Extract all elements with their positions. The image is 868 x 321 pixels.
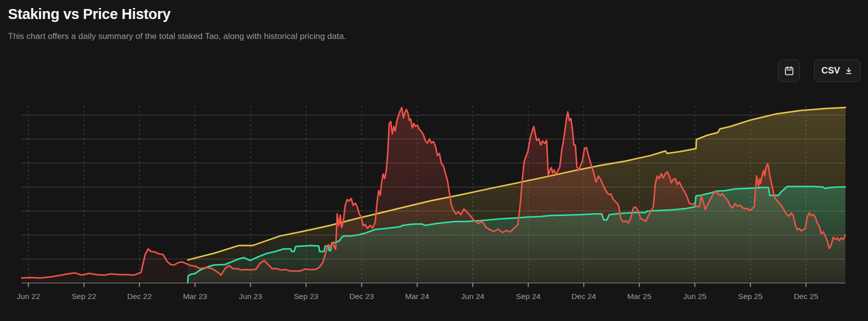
x-axis-tick-label: Jun 22 — [17, 292, 40, 300]
x-axis-tick-label: Sep 25 — [738, 292, 762, 300]
x-axis-tick-label: Mar 23 — [183, 292, 207, 300]
x-axis-tick-label: Mar 24 — [405, 292, 430, 300]
x-axis-tick-label: Jun 24 — [461, 292, 485, 300]
staking-price-chart[interactable]: Jun 22Sep 22Dec 22Mar 23Jun 23Sep 23Dec … — [0, 0, 868, 321]
x-axis: Jun 22Sep 22Dec 22Mar 23Jun 23Sep 23Dec … — [17, 283, 845, 300]
csv-button-label: CSV — [821, 66, 840, 76]
x-axis-tick-label: Dec 23 — [349, 292, 374, 300]
x-axis-tick-label: Mar 25 — [627, 292, 651, 300]
chart-area: Jun 22Sep 22Dec 22Mar 23Jun 23Sep 23Dec … — [0, 0, 868, 321]
staking-price-history-panel: Jun 22Sep 22Dec 22Mar 23Jun 23Sep 23Dec … — [0, 0, 868, 321]
x-axis-tick-label: Dec 24 — [571, 292, 596, 300]
x-axis-tick-label: Sep 24 — [516, 292, 541, 300]
page-subtitle: This chart offers a daily summary of the… — [8, 32, 346, 42]
x-axis-tick-label: Jun 23 — [239, 292, 263, 300]
page-header: Staking vs Price History This chart offe… — [8, 6, 346, 42]
date-range-button[interactable] — [778, 60, 800, 82]
x-axis-tick-label: Jun 25 — [683, 292, 707, 300]
x-axis-tick-label: Dec 22 — [127, 292, 152, 300]
download-icon — [844, 66, 853, 75]
csv-download-button[interactable]: CSV — [814, 60, 860, 82]
x-axis-tick-label: Dec 25 — [793, 292, 818, 300]
calendar-icon — [784, 66, 794, 76]
x-axis-tick-label: Sep 23 — [294, 292, 318, 300]
x-axis-tick-label: Sep 22 — [72, 292, 96, 300]
page-title: Staking vs Price History — [8, 6, 346, 22]
chart-toolbar: CSV — [778, 60, 860, 82]
